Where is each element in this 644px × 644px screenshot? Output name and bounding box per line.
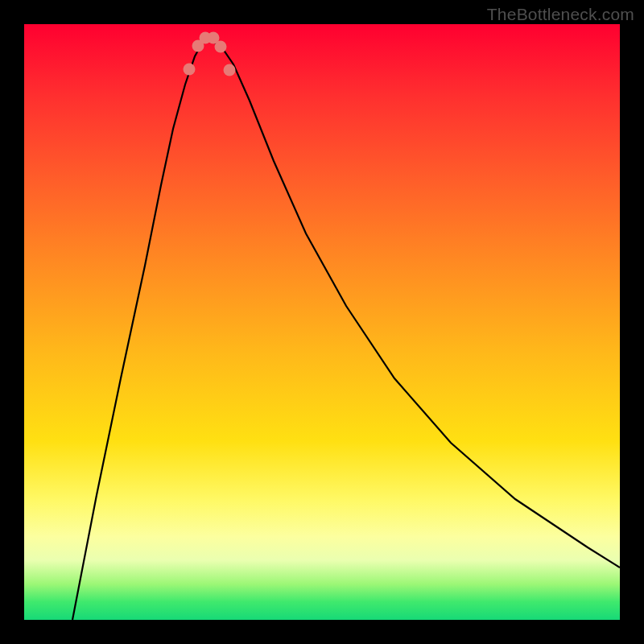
curve-marker — [224, 64, 236, 76]
watermark-text: TheBottleneck.com — [487, 5, 634, 24]
chart-svg — [24, 24, 620, 620]
curve-marker — [192, 40, 204, 52]
curve-marker — [184, 64, 196, 76]
chart-plot-area — [24, 24, 620, 620]
curve-marker — [215, 41, 227, 53]
curve-marker — [200, 32, 212, 44]
curve-markers — [184, 32, 236, 76]
bottleneck-curve — [72, 40, 620, 620]
curve-marker — [208, 32, 220, 44]
